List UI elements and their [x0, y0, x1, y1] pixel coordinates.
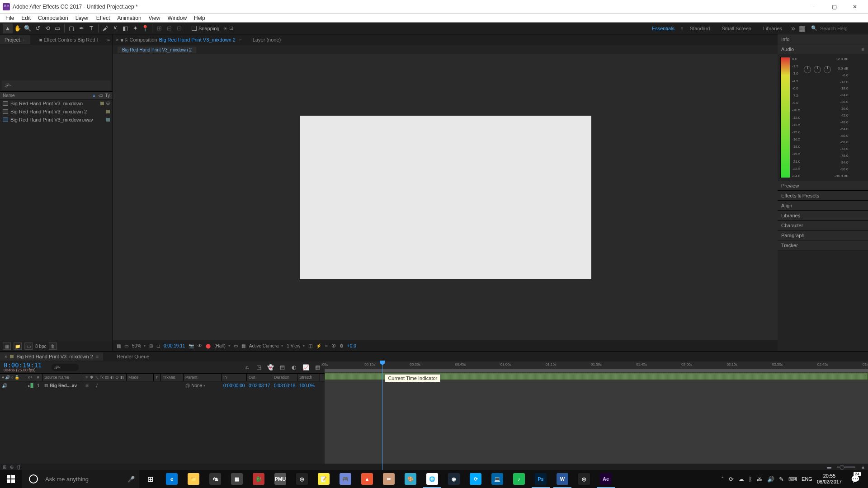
switch[interactable]: / — [96, 383, 98, 388]
tabs-overflow-icon[interactable]: » — [107, 37, 110, 42]
tray-onedrive-icon[interactable]: ☁ — [738, 476, 744, 483]
brainstorm-icon[interactable]: ▦ — [313, 363, 322, 371]
resolution-dropdown[interactable]: (Half) — [214, 343, 230, 348]
view-axis-icon[interactable]: ⊡ — [174, 23, 184, 33]
reset-exposure-icon[interactable]: ⚙ — [340, 343, 344, 348]
comp-flow-icon[interactable]: ⎘ — [125, 38, 127, 42]
tray-input-icon[interactable]: ✎ — [779, 476, 784, 483]
col-type[interactable]: Ty — [105, 93, 110, 98]
panel-menu-icon[interactable]: ≡ — [23, 37, 25, 42]
taskbar-app[interactable]: ⟳ — [465, 470, 486, 488]
workspace-smallscreen[interactable]: Small Screen — [716, 24, 756, 33]
action-center-button[interactable]: 💬 24 — [846, 470, 864, 488]
timeline-icon[interactable]: ≡ — [325, 343, 328, 348]
taskbar-app-photoshop[interactable]: Ps — [530, 470, 552, 488]
comp-menu-icon[interactable]: ≡ — [239, 38, 242, 42]
camera-dropdown[interactable]: Active Camera — [249, 343, 283, 348]
taskbar-app[interactable]: ▦ — [226, 470, 248, 488]
menu-layer[interactable]: Layer — [72, 14, 93, 22]
show-snapshot-icon[interactable]: 👁 — [198, 343, 202, 348]
parent-dropdown[interactable]: None — [191, 383, 202, 388]
workspace-overflow-icon[interactable]: » — [791, 24, 795, 33]
composition-viewport[interactable] — [113, 54, 778, 340]
draft3d-icon[interactable]: ◳ — [254, 363, 263, 371]
lock-icon[interactable]: 🔒 — [14, 375, 19, 380]
frame-blend-icon[interactable]: ▤ — [278, 363, 287, 371]
workspace-essentials[interactable]: Essentials — [646, 24, 680, 33]
comp-close-icon[interactable]: × — [116, 37, 118, 42]
flowchart-icon[interactable]: ⦿ — [331, 343, 336, 348]
fast-preview-icon[interactable]: ⚡ — [316, 343, 321, 348]
tray-bt-icon[interactable]: ᛒ — [749, 476, 752, 483]
mask-icon[interactable]: ◻ — [156, 343, 160, 348]
taskbar-app-explorer[interactable]: 📁 — [183, 470, 204, 488]
layer-name[interactable]: Big Red....av — [50, 383, 77, 388]
taskbar-app-spotify[interactable]: ♪ — [508, 470, 530, 488]
camera-tool[interactable]: ▭ — [52, 23, 62, 33]
info-panel-header[interactable]: Info — [778, 34, 868, 44]
taskbar-app[interactable]: ✏ — [378, 470, 400, 488]
tray-sync-icon[interactable]: ⟳ — [729, 476, 734, 483]
rotate-tool[interactable]: ⟲ — [42, 23, 52, 33]
snap-opt2-icon[interactable]: ⊡ — [229, 25, 233, 31]
new-folder-icon[interactable]: 📁 — [14, 343, 22, 350]
mic-icon[interactable]: 🎤 — [127, 476, 135, 483]
layer-in[interactable]: 0:00:00:00 — [222, 381, 247, 389]
selection-tool[interactable]: ▲ — [3, 23, 13, 33]
time-ruler[interactable]: :00s00:15s00:30s00:45s01:00s01:15s01:30s… — [325, 361, 868, 369]
project-item[interactable]: Big Red Hand Print V3_mixdown ⦾ — [0, 99, 113, 108]
brush-tool[interactable]: 🖌 — [100, 23, 110, 33]
minimize-button[interactable]: ─ — [803, 0, 824, 14]
toggle-in-out-icon[interactable]: {} — [17, 465, 20, 469]
hand-tool[interactable]: ✋ — [13, 23, 23, 33]
view-dropdown[interactable]: 1 View — [287, 343, 305, 348]
col-mode[interactable]: Mode — [127, 374, 154, 381]
paragraph-panel-header[interactable]: Paragraph — [778, 230, 868, 240]
project-item[interactable]: Big Red Hand Print V3_mixdown 2 — [0, 108, 113, 116]
switches-icon[interactable]: fx — [100, 375, 104, 380]
workspace-libraries[interactable]: Libraries — [758, 24, 788, 33]
col-name[interactable]: Name — [3, 93, 15, 98]
libraries-panel-header[interactable]: Libraries — [778, 211, 868, 221]
roto-tool[interactable]: ✦ — [130, 23, 140, 33]
tray-keyboard-icon[interactable]: ⌨ — [788, 476, 797, 483]
layer-stretch[interactable]: 100.0% — [297, 381, 320, 389]
effect-controls-tab[interactable]: ■ Effect Controls Big Red Hand F — [35, 35, 98, 44]
project-search[interactable]: 𝒫⁓ — [2, 80, 111, 90]
workspace-menu-icon[interactable]: ≡ — [681, 26, 684, 31]
align-panel-header[interactable]: Align — [778, 201, 868, 211]
breadcrumb[interactable]: Big Red Hand Print V3_mixdown 2 — [118, 47, 196, 53]
work-area-bar[interactable] — [325, 369, 868, 372]
workspace-grid-icon[interactable]: ▦ — [799, 24, 806, 33]
taskbar-app-sticky[interactable]: 📝 — [313, 470, 335, 488]
snap-opt-icon[interactable]: ⚹ — [223, 25, 227, 31]
effects-presets-panel-header[interactable]: Effects & Presets — [778, 191, 868, 201]
layer-none-tab[interactable]: Layer (none) — [253, 37, 281, 42]
audio-toggle-icon[interactable]: 🔊 — [5, 375, 10, 380]
switch[interactable]: ⚛ — [85, 383, 89, 388]
video-switch[interactable]: 🔊 — [2, 383, 7, 388]
composition-canvas[interactable] — [300, 116, 591, 279]
render-queue-tab[interactable]: Render Queue — [112, 352, 154, 361]
taskbar-app-word[interactable]: W — [552, 470, 573, 488]
taskbar-app-discord[interactable]: 🎮 — [335, 470, 356, 488]
zoom-in-icon[interactable]: ▲ — [861, 465, 865, 469]
clone-tool[interactable]: ⊻ — [110, 23, 120, 33]
taskbar-app-obs[interactable]: ◎ — [291, 470, 313, 488]
tracker-panel-header[interactable]: Tracker — [778, 240, 868, 250]
taskbar-app-edge[interactable]: e — [161, 470, 183, 488]
switches-icon[interactable]: ✱ — [90, 375, 94, 380]
toggle-switches-icon[interactable]: ⊞ — [3, 465, 6, 469]
snapping-checkbox[interactable] — [192, 26, 197, 31]
solo-icon[interactable]: ○ — [11, 375, 13, 380]
taskbar-app[interactable]: 💻 — [486, 470, 508, 488]
interpret-footage-icon[interactable]: ▦ — [3, 343, 11, 350]
new-comp-icon[interactable]: ▭ — [24, 343, 33, 350]
magnify-icon[interactable]: ▦ — [117, 343, 121, 348]
col-trkmat[interactable]: TrkMat — [161, 374, 184, 381]
project-tab[interactable]: Project≡ — [0, 35, 30, 44]
audio-knob-right[interactable] — [824, 66, 831, 73]
menu-composition[interactable]: Composition — [34, 14, 72, 22]
world-axis-icon[interactable]: ⊟ — [164, 23, 174, 33]
project-bpc[interactable]: 8 bpc — [35, 344, 46, 349]
